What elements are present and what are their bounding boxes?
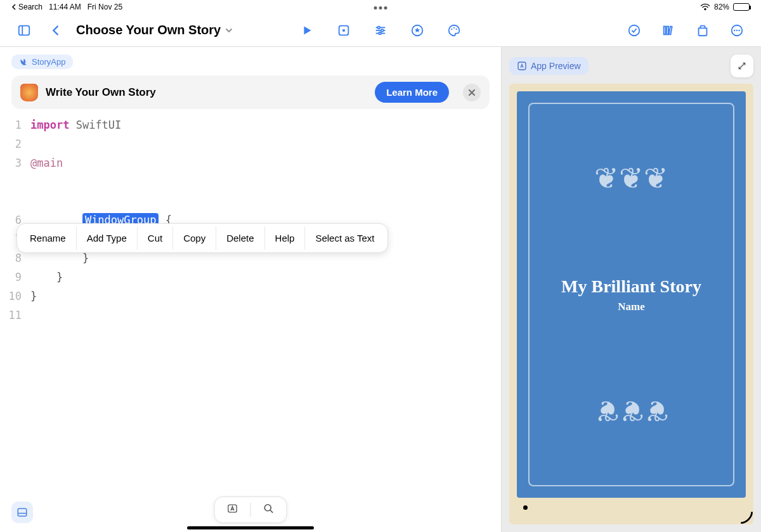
menu-help[interactable]: Help [264,226,305,250]
wifi-icon [700,3,710,11]
home-indicator[interactable] [187,526,314,529]
breadcrumb-label: StoryApp [32,57,65,67]
svg-point-11 [451,29,452,30]
console-toggle-button[interactable] [11,502,33,523]
palette-icon [447,23,461,37]
battery-percent: 82% [714,3,729,11]
search-button[interactable] [263,502,275,517]
keyboard-toolbar [214,496,287,523]
close-icon [468,89,476,96]
svg-rect-17 [669,26,672,34]
project-title-dropdown[interactable]: Choose Your Own Story [76,23,233,37]
flame-icon [20,84,38,101]
line-number: 2 [0,134,30,153]
svg-rect-3 [342,29,345,32]
package-icon [696,23,710,37]
preview-header-label: App Preview [531,61,581,71]
console-icon [16,507,28,518]
back-to-search[interactable]: Search [11,3,42,11]
status-time: 11:44 AM [49,3,81,11]
play-icon [300,23,314,37]
search-icon [263,502,275,515]
menu-select-as-text[interactable]: Select as Text [304,226,384,250]
status-date: Fri Nov 25 [88,3,122,11]
resize-handle-icon[interactable] [738,509,755,526]
learn-more-button[interactable]: Learn More [375,82,449,103]
promo-text: Write Your Own Story [46,86,156,99]
settings-sliders-button[interactable] [369,19,392,42]
svg-rect-0 [19,25,30,35]
run-button[interactable] [296,19,318,42]
svg-point-7 [377,26,380,29]
menu-copy[interactable]: Copy [172,226,216,250]
package-button[interactable] [691,19,714,42]
promo-close-button[interactable] [463,84,481,101]
svg-line-26 [270,510,273,513]
line-number: 1 [0,115,30,134]
checkmark-button[interactable] [623,19,646,42]
page-indicator [517,498,746,517]
text-format-icon [226,502,239,515]
ellipsis-circle-icon [730,23,744,37]
book-cover: ❦❦❦ My Brilliant Story Name ❦❦❦ [517,91,746,498]
preview-device[interactable]: ❦❦❦ My Brilliant Story Name ❦❦❦ [509,84,753,524]
svg-point-14 [629,25,640,36]
swift-icon [19,58,28,67]
star-button[interactable] [406,19,429,42]
svg-point-12 [453,27,455,28]
preview-expand-button[interactable] [731,55,753,77]
stop-icon [337,23,351,37]
status-bar: Search 11:44 AM Fri Nov 25 82% [0,0,761,14]
separator [250,503,251,517]
svg-point-20 [736,29,738,30]
star-icon [410,23,424,37]
back-app-label: Search [18,3,42,11]
svg-point-8 [381,29,384,32]
line-number: 11 [0,306,30,325]
stop-button[interactable] [332,19,355,42]
check-circle-icon [627,23,641,37]
code-editor-pane: StoryApp Write Your Own Story Learn More… [0,47,501,532]
menu-rename[interactable]: Rename [20,226,76,250]
svg-point-19 [734,29,735,30]
breadcrumb-file[interactable]: StoryApp [11,55,73,69]
battery-icon [733,3,750,11]
promo-banner: Write Your Own Story Learn More [11,75,490,109]
menu-delete[interactable]: Delete [216,226,264,250]
project-title: Choose Your Own Story [76,23,221,37]
chevron-left-icon [11,4,16,10]
library-button[interactable] [657,19,680,42]
line-number: 9 [0,268,30,287]
svg-rect-16 [667,26,668,34]
context-menu: Rename Add Type Cut Copy Delete Help Sel… [16,223,388,253]
sidebar-icon [17,23,31,37]
library-icon [661,23,675,37]
line-number: 3 [0,153,30,172]
more-button[interactable] [725,19,748,42]
main-toolbar: Choose Your Own Story [0,14,761,47]
sidebar-toggle-button[interactable] [13,19,36,42]
svg-point-13 [456,29,457,30]
svg-point-9 [379,32,381,34]
chevron-left-icon [49,23,63,37]
svg-point-25 [264,505,271,511]
ornament-icon: ❦❦❦ [594,394,668,428]
palette-button[interactable] [443,19,465,42]
sliders-icon [374,23,387,37]
line-number: 10 [0,287,30,306]
chevron-down-icon [224,26,233,35]
app-icon [517,61,527,71]
menu-add-type[interactable]: Add Type [76,226,137,250]
preview-header[interactable]: App Preview [509,57,589,75]
format-button[interactable] [226,502,239,517]
code-area[interactable]: 1import SwiftUI 2 3@main 6 WindowGroup {… [0,115,501,325]
svg-rect-15 [664,26,666,34]
svg-point-21 [738,29,739,30]
menu-cut[interactable]: Cut [137,226,172,250]
svg-rect-22 [18,509,27,516]
preview-pane: App Preview ❦❦❦ My Brilliant Story Name … [501,47,761,532]
multitask-dots[interactable] [374,6,387,10]
back-button[interactable] [44,19,67,42]
ornament-icon: ❦❦❦ [594,161,668,195]
expand-icon [737,61,747,71]
